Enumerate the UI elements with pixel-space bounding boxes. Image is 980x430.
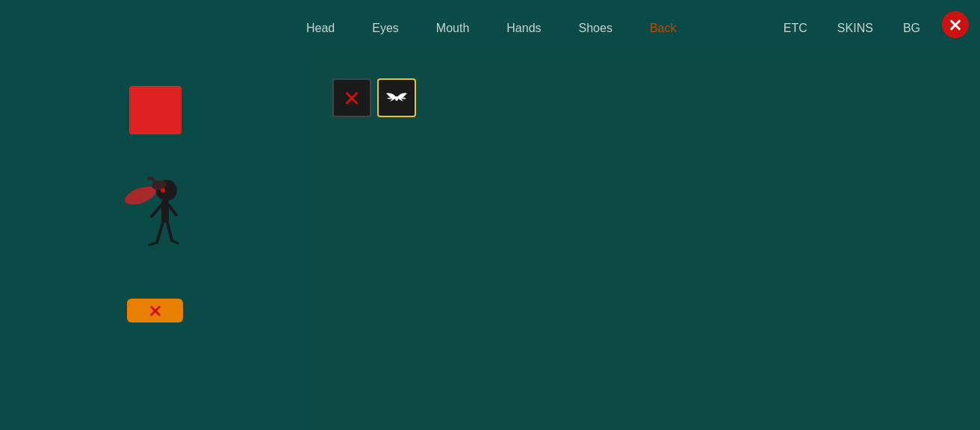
nav-head[interactable]: Head [306,22,335,35]
item-wings[interactable] [377,78,416,117]
item-grid [325,71,965,125]
nav-shoes[interactable]: Shoes [579,22,612,35]
nav-right: ETC SKINS BG [784,22,920,35]
color-swatch[interactable] [129,86,182,134]
nav-mouth[interactable]: Mouth [436,22,469,35]
svg-line-8 [167,222,172,240]
close-button[interactable] [942,11,969,38]
item-remove[interactable] [332,78,371,117]
svg-point-3 [161,188,165,193]
svg-line-7 [157,222,163,243]
svg-rect-4 [161,200,169,222]
left-panel [0,56,310,430]
nav-skins[interactable]: SKINS [837,22,873,35]
svg-line-6 [169,205,176,215]
nav-etc[interactable]: ETC [784,22,807,35]
svg-line-10 [172,240,178,243]
nav-back[interactable]: Back [650,22,677,35]
nav-items: Head Eyes Mouth Hands Shoes Back [306,22,677,35]
nav-bg[interactable]: BG [903,22,920,35]
nav-hands[interactable]: Hands [506,22,541,35]
remove-button[interactable] [127,299,183,322]
nav-eyes[interactable]: Eyes [372,22,399,35]
top-nav: Head Eyes Mouth Hands Shoes Back ETC SKI… [0,0,980,56]
main-panel [310,56,980,430]
svg-line-9 [149,243,157,245]
character-area [111,157,200,276]
svg-line-5 [152,205,161,216]
svg-point-11 [395,96,398,101]
